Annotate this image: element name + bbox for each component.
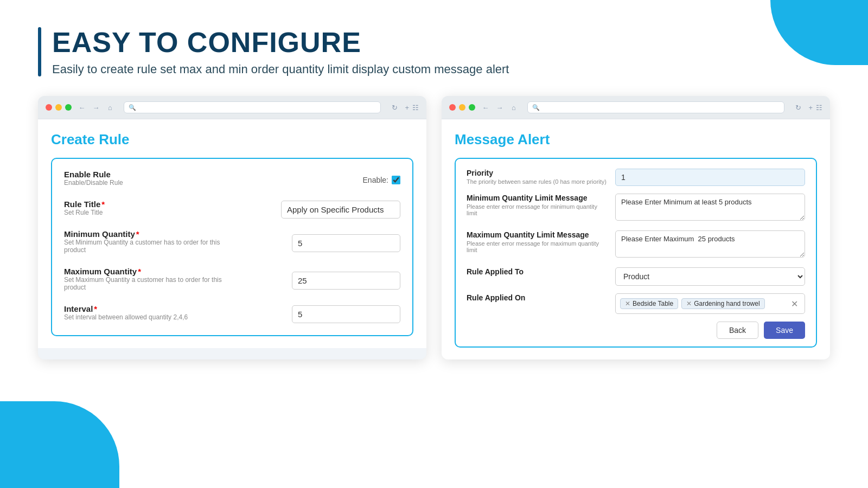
tl-green-r	[469, 104, 475, 111]
interval-input[interactable]	[292, 305, 400, 323]
header-bar	[38, 27, 41, 76]
nav-back-icon-r[interactable]: ←	[481, 102, 490, 112]
right-browser-window: ← → ⌂ 🔍 ↻ + ☷ Message Alert	[442, 96, 830, 359]
left-browser-window: ← → ⌂ 🔍 ↻ + ☷ Create Rule	[38, 96, 426, 359]
right-window-body: Message Alert Priority The priority betw…	[442, 119, 830, 359]
tag-label-bedside: Bedside Table	[633, 300, 673, 307]
tabs-icon-r[interactable]: ☷	[816, 104, 822, 112]
left-url-bar[interactable]: 🔍	[124, 101, 381, 113]
nav-reload-icon-r[interactable]: ↻	[793, 102, 803, 112]
tag-gardening[interactable]: ✕ Gardening hand trowel	[681, 298, 764, 309]
max-qty-label: Maximum Quantity*	[64, 267, 227, 276]
tags-container[interactable]: ✕ Bedside Table ✕ Gardening hand trowel …	[615, 293, 805, 314]
create-rule-title: Create Rule	[51, 131, 413, 148]
nav-reload-icon[interactable]: ↻	[390, 102, 399, 112]
rule-applied-on-label: Rule Applied On	[467, 293, 608, 302]
priority-sublabel: The priority between same rules (0 has m…	[467, 178, 608, 185]
enable-text: Enable:	[363, 176, 388, 184]
tl-green	[65, 104, 72, 111]
rule-title-label: Rule Title*	[64, 200, 105, 209]
new-tab-icon[interactable]: +	[405, 104, 409, 112]
enable-rule-label: Enable Rule	[64, 170, 123, 179]
message-alert-title: Message Alert	[455, 131, 817, 148]
new-tab-icon-r[interactable]: +	[808, 104, 813, 112]
min-msg-label: Minimum Quantity Limit Message	[467, 194, 608, 202]
min-qty-label: Minimum Quantity*	[64, 229, 227, 239]
max-msg-label: Maximum Quantity Limit Message	[467, 230, 608, 239]
left-browser-actions: + ☷	[405, 104, 419, 112]
max-msg-textarea[interactable]: Please Enter Maximum 25 products	[615, 230, 805, 258]
message-alert-form-card: Priority The priority between same rules…	[455, 158, 817, 348]
rule-applied-to-select[interactable]: Product Category Cart	[615, 267, 805, 286]
sub-title: Easily to create rule set max and min or…	[52, 62, 509, 76]
header: EASY TO CONFIGURE Easily to create rule …	[38, 27, 830, 76]
enable-rule-checkbox[interactable]	[392, 176, 400, 184]
windows-row: ← → ⌂ 🔍 ↻ + ☷ Create Rule	[38, 96, 830, 359]
decorative-corner-bl	[0, 401, 119, 488]
rule-applied-to-label: Rule Applied To	[467, 267, 608, 276]
save-button[interactable]: Save	[764, 322, 805, 339]
nav-back-icon[interactable]: ←	[77, 102, 87, 112]
interval-label: Interval*	[64, 304, 188, 313]
tag-x-gardening[interactable]: ✕	[686, 300, 692, 307]
rule-title-input[interactable]	[281, 201, 400, 219]
interval-sublabel: Set interval between allowed quantity 2,…	[64, 313, 188, 321]
right-browser-actions: + ☷	[808, 104, 822, 112]
right-browser-nav: ← → ⌂	[481, 102, 519, 112]
min-qty-sublabel: Set Minimum Quantity a customer has to o…	[64, 239, 227, 254]
form-buttons-row: Back Save	[467, 322, 805, 339]
rule-applied-on-row: Rule Applied On ✕ Bedside Table	[467, 293, 805, 314]
tl-yellow-r	[459, 104, 465, 111]
back-button[interactable]: Back	[717, 322, 758, 339]
priority-label: Priority	[467, 169, 608, 177]
nav-home-icon[interactable]: ⌂	[105, 102, 115, 112]
max-msg-row: Maximum Quantity Limit Message Please en…	[467, 230, 805, 260]
interval-row: Interval* Set interval between allowed q…	[64, 304, 400, 324]
tags-clear-icon[interactable]: ✕	[789, 299, 800, 309]
left-browser-nav: ← → ⌂	[77, 102, 115, 112]
tag-x-bedside[interactable]: ✕	[625, 300, 630, 307]
right-browser-bar: ← → ⌂ 🔍 ↻ + ☷	[442, 96, 830, 119]
tl-yellow	[55, 104, 62, 111]
url-search-icon: 🔍	[129, 104, 136, 111]
max-msg-sublabel: Please enter error message for maximum q…	[467, 240, 608, 253]
tabs-icon[interactable]: ☷	[412, 104, 419, 112]
main-title: EASY TO CONFIGURE	[52, 27, 509, 58]
url-search-icon-r: 🔍	[532, 104, 540, 111]
tl-red-r	[449, 104, 456, 111]
priority-input[interactable]	[615, 169, 805, 186]
min-msg-row: Minimum Quantity Limit Message Please en…	[467, 194, 805, 223]
tl-red	[46, 104, 52, 111]
nav-home-icon-r[interactable]: ⌂	[509, 102, 519, 112]
max-quantity-row: Maximum Quantity* Set Maximum Quantity a…	[64, 267, 400, 294]
min-msg-textarea[interactable]: Please Enter Minimum at least 5 products	[615, 194, 805, 221]
min-msg-sublabel: Please enter error message for minimum q…	[467, 203, 608, 216]
max-quantity-input[interactable]	[292, 272, 400, 290]
left-traffic-lights	[46, 104, 72, 111]
min-quantity-row: Minimum Quantity* Set Minimum Quantity a…	[64, 229, 400, 257]
tag-bedside-table[interactable]: ✕ Bedside Table	[620, 298, 678, 309]
rule-title-sublabel: Set Rule Title	[64, 209, 105, 216]
create-rule-form-card: Enable Rule Enable/Disable Rule Enable:	[51, 158, 413, 336]
enable-rule-row: Enable Rule Enable/Disable Rule Enable:	[64, 170, 400, 190]
nav-forward-icon[interactable]: →	[91, 102, 101, 112]
rule-applied-to-row: Rule Applied To Product Category Cart	[467, 267, 805, 286]
right-url-bar[interactable]: 🔍	[527, 101, 784, 113]
nav-forward-icon-r[interactable]: →	[495, 102, 505, 112]
enable-rule-sublabel: Enable/Disable Rule	[64, 179, 123, 187]
left-browser-bar: ← → ⌂ 🔍 ↻ + ☷	[38, 96, 426, 119]
min-quantity-input[interactable]	[292, 234, 400, 252]
tag-label-gardening: Gardening hand trowel	[694, 300, 760, 307]
rule-title-row: Rule Title* Set Rule Title	[64, 200, 400, 220]
max-qty-sublabel: Set Maximum Quantity a customer has to o…	[64, 276, 227, 291]
right-traffic-lights	[449, 104, 475, 111]
left-window-body: Create Rule Enable Rule Enable/Disable R…	[38, 119, 426, 348]
priority-row: Priority The priority between same rules…	[467, 169, 805, 186]
tags-left: ✕ Bedside Table ✕ Gardening hand trowel	[620, 298, 765, 309]
